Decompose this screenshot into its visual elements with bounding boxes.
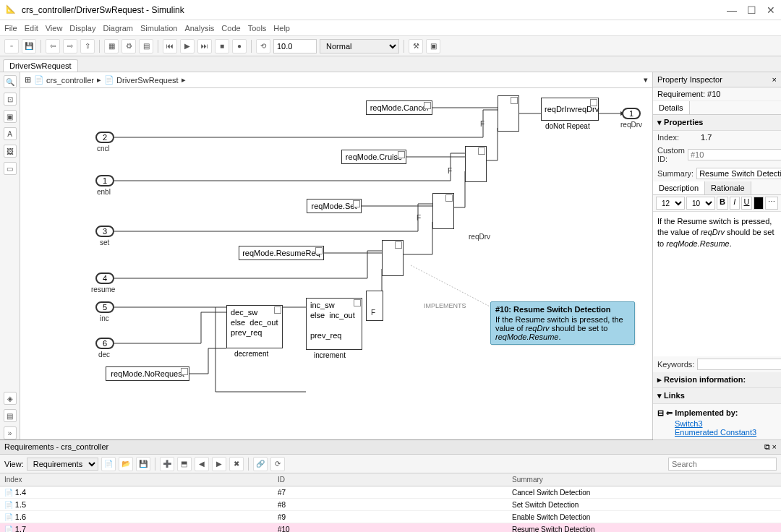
- step-back-icon[interactable]: ⏮: [163, 39, 177, 53]
- minimize-button[interactable]: —: [727, 4, 737, 16]
- col-id[interactable]: ID: [273, 473, 508, 486]
- section-revision[interactable]: ▸ Revision information:: [653, 372, 781, 388]
- breadcrumb-root[interactable]: 📄 crs_controller: [34, 75, 94, 85]
- req-promote-icon[interactable]: ◀: [195, 457, 209, 471]
- tab-description[interactable]: Description: [653, 181, 705, 194]
- outport-reqdrv[interactable]: 1: [622, 108, 641, 119]
- col-index[interactable]: Index: [0, 473, 273, 486]
- req-link-icon[interactable]: 🔗: [253, 457, 268, 471]
- inport-resume[interactable]: 4: [95, 273, 114, 284]
- tab-driverswrequest[interactable]: DriverSwRequest: [3, 59, 78, 72]
- fastrestart-icon[interactable]: ⟲: [256, 39, 270, 53]
- req-save-icon[interactable]: 💾: [136, 457, 150, 471]
- menu-diagram[interactable]: Diagram: [103, 24, 133, 33]
- record-icon[interactable]: ●: [232, 39, 247, 53]
- font-size-2[interactable]: 10: [686, 197, 715, 210]
- annotate-icon[interactable]: A: [4, 127, 17, 140]
- menu-display[interactable]: Display: [69, 24, 95, 33]
- maximize-button[interactable]: ☐: [747, 4, 756, 16]
- step-forward-icon[interactable]: ⏭: [197, 39, 212, 53]
- req-demote-icon[interactable]: ▶: [212, 457, 226, 471]
- inport-set[interactable]: 3: [95, 226, 114, 237]
- keywords-input[interactable]: [697, 359, 781, 370]
- summary-input[interactable]: [696, 168, 781, 179]
- library-icon[interactable]: ▦: [104, 39, 119, 53]
- inport-inc[interactable]: 5: [95, 301, 114, 313]
- const-resume[interactable]: reqMode.ResumeReq: [239, 246, 324, 260]
- build-icon[interactable]: ⚒: [409, 39, 423, 53]
- close-button[interactable]: ✕: [767, 4, 775, 16]
- up-icon[interactable]: ⇧: [80, 39, 95, 53]
- config-icon[interactable]: ⚙: [121, 39, 136, 53]
- switch0[interactable]: [498, 95, 519, 132]
- breadcrumb-nav-icon[interactable]: ⊞: [25, 75, 31, 85]
- subsys-donotrepeat[interactable]: reqDrInvreqDrv: [541, 98, 599, 121]
- menu-code[interactable]: Code: [221, 24, 240, 33]
- menu-help[interactable]: Help: [273, 24, 290, 33]
- switch1[interactable]: [465, 146, 487, 182]
- inport-dec[interactable]: 6: [95, 338, 114, 349]
- const-cancel[interactable]: reqMode.Cancel: [366, 100, 432, 115]
- back-icon[interactable]: ⇦: [46, 39, 60, 53]
- image-icon[interactable]: 🖼: [4, 145, 17, 158]
- req-open-icon[interactable]: 📂: [119, 457, 133, 471]
- requirements-table[interactable]: Index ID Summary 📄 1.4#7Cancel Switch De…: [0, 473, 781, 532]
- section-links[interactable]: ▾ Links: [653, 388, 781, 404]
- menu-simulation[interactable]: Simulation: [140, 24, 177, 33]
- italic-icon[interactable]: I: [730, 197, 740, 210]
- req-new-icon[interactable]: 📄: [101, 457, 116, 471]
- req-dock-icon[interactable]: ⧉: [764, 442, 770, 451]
- inport-enbl[interactable]: 1: [95, 175, 114, 186]
- col-summary[interactable]: Summary: [508, 473, 781, 486]
- requirement-annotation[interactable]: #10: Resume Switch Detection If the Resu…: [490, 301, 635, 345]
- table-row[interactable]: 📄 1.7#10Resume Switch Detection: [0, 523, 781, 533]
- table-row[interactable]: 📄 1.5#8Set Switch Detection: [0, 499, 781, 511]
- new-icon[interactable]: ▫: [4, 39, 19, 53]
- menu-edit[interactable]: Edit: [25, 24, 38, 33]
- const-norequest[interactable]: reqMode.NoRequest: [106, 366, 189, 381]
- link-switch3[interactable]: Switch3: [657, 419, 777, 428]
- table-row[interactable]: 📄 1.4#7Cancel Switch Detection: [0, 486, 781, 499]
- font-size-1[interactable]: 12: [656, 197, 685, 210]
- stop-icon[interactable]: ■: [215, 39, 229, 53]
- tab-rationale[interactable]: Rationale: [705, 181, 751, 194]
- menu-tools[interactable]: Tools: [248, 24, 267, 33]
- link-enumconst3[interactable]: Enumerated Constant3: [657, 428, 777, 437]
- deploy-icon[interactable]: ▣: [426, 39, 440, 53]
- simulink-canvas[interactable]: 2 cncl 1 enbl 3 set 4 resume 5 inc 6 dec…: [20, 88, 652, 439]
- req-close-icon[interactable]: ×: [772, 442, 777, 451]
- color-icon[interactable]: [754, 197, 764, 210]
- more-icon[interactable]: ⋯: [765, 197, 778, 210]
- section-properties[interactable]: ▾ Properties: [653, 115, 781, 131]
- breadcrumb-dropdown-icon[interactable]: ▾: [644, 75, 648, 85]
- fit-icon[interactable]: ⊡: [4, 93, 17, 106]
- menu-analysis[interactable]: Analysis: [184, 24, 214, 33]
- menu-file[interactable]: File: [4, 24, 17, 33]
- expand-icon[interactable]: »: [4, 426, 17, 439]
- description-text[interactable]: If the Resume switch is pressed, the val…: [653, 212, 781, 356]
- viewmark-icon[interactable]: ◈: [4, 392, 17, 405]
- stop-time-input[interactable]: [273, 39, 317, 53]
- req-search-input[interactable]: [668, 458, 777, 471]
- inport-cncl[interactable]: 2: [95, 132, 114, 143]
- inspector-close-icon[interactable]: ×: [772, 75, 777, 84]
- screenshot-icon[interactable]: ▣: [4, 110, 17, 123]
- const-cruise[interactable]: reqMode.Cruise: [341, 150, 406, 164]
- run-icon[interactable]: ▶: [180, 39, 195, 53]
- bold-icon[interactable]: B: [717, 197, 728, 210]
- req-delete-icon[interactable]: ✖: [229, 457, 244, 471]
- explorer-icon[interactable]: ▤: [139, 39, 153, 53]
- req-add-icon[interactable]: ➕: [160, 457, 174, 471]
- subsys-decrement[interactable]: dec_sw else dec_out prev_req: [226, 305, 283, 348]
- const-set[interactable]: reqMode.Set: [307, 199, 362, 213]
- subsys-increment[interactable]: inc_sw else inc_out prev_req: [306, 298, 362, 350]
- view-select[interactable]: Requirements: [27, 458, 98, 471]
- menu-view[interactable]: View: [46, 24, 63, 33]
- tab-details[interactable]: Details: [653, 101, 690, 114]
- save-icon[interactable]: 💾: [22, 39, 36, 53]
- zoom-icon[interactable]: 🔍: [4, 75, 17, 88]
- sim-mode-select[interactable]: Normal: [320, 39, 399, 53]
- area-icon[interactable]: ▭: [4, 162, 17, 175]
- req-refresh-icon[interactable]: ⟳: [270, 457, 285, 471]
- customid-input[interactable]: [688, 149, 781, 160]
